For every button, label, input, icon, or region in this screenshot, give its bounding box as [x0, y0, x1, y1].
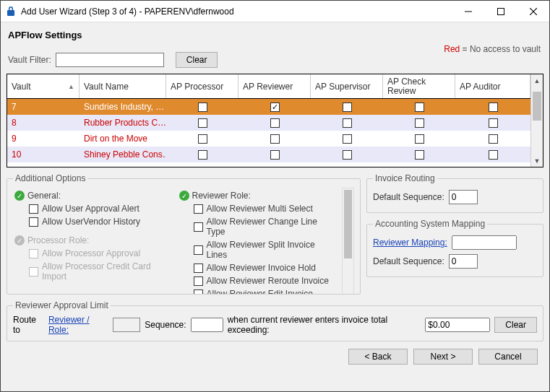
cell: 8	[7, 118, 80, 128]
vault-filter-clear-button[interactable]: Clear	[176, 52, 218, 68]
opt-reviewer-edit-invoice[interactable]: Allow Reviewer Edit Invoice	[178, 287, 335, 295]
additional-inner: ✓General: Allow User Approval Alert Allo…	[13, 188, 354, 288]
checkbox[interactable]	[343, 103, 352, 112]
checkbox[interactable]	[29, 217, 38, 227]
table-row[interactable]: 7Sundries Industry, …	[7, 99, 530, 115]
checkbox[interactable]	[194, 245, 203, 255]
section-title: APFlow Settings	[7, 27, 543, 46]
checkbox[interactable]	[198, 118, 207, 128]
checkbox[interactable]	[270, 118, 280, 128]
reviewer-mapping-link[interactable]: Reviewer Mapping:	[373, 238, 447, 248]
scroll-thumb[interactable]	[344, 190, 352, 258]
col-vault-name[interactable]: Vault Name	[80, 74, 166, 98]
invoice-routing-legend: Invoice Routing	[373, 173, 437, 183]
next-button[interactable]: Next >	[413, 349, 473, 365]
additional-options-group: Additional Options ✓General: Allow User …	[7, 173, 361, 295]
checkbox[interactable]	[415, 118, 424, 128]
table-row[interactable]: 10Shiney Pebble Cons…	[7, 147, 530, 162]
cell	[455, 134, 530, 144]
checkbox[interactable]	[198, 150, 207, 160]
col-ap-supervisor[interactable]: AP Supervisor	[311, 74, 383, 98]
cell: 10	[7, 149, 80, 160]
opt-reviewer-invoice-hold[interactable]: Allow Reviewer Invoice Hold	[178, 261, 335, 274]
checkbox[interactable]	[415, 103, 424, 112]
lock-icon	[5, 6, 17, 17]
maximize-button[interactable]	[484, 1, 517, 22]
ral-row: Route to Reviewer / Role: Sequence: when…	[13, 315, 537, 335]
mapping-default-sequence-input[interactable]	[449, 254, 478, 269]
col-ap-auditor[interactable]: AP Auditor	[455, 74, 530, 98]
vault-grid-scrollbar[interactable]: ▲ ▼	[530, 74, 543, 167]
minimize-button[interactable]	[452, 1, 484, 22]
scroll-thumb[interactable]	[533, 92, 541, 121]
ral-clear-button[interactable]: Clear	[494, 317, 537, 333]
opt-reviewer-split-invoice[interactable]: Allow Reviewer Split Invoice Lines	[178, 238, 335, 261]
opt-allow-processor-approval: Allow Processor Approval	[13, 247, 171, 260]
checkbox[interactable]	[489, 103, 498, 112]
no-access-legend: Red = No access to vault	[444, 44, 541, 54]
checkbox[interactable]	[194, 222, 203, 232]
col-ap-reviewer[interactable]: AP Reviewer	[239, 74, 311, 98]
cell: 7	[7, 102, 80, 112]
col-vault[interactable]: Vault▲	[7, 74, 80, 98]
ral-sequence-input[interactable]	[191, 318, 223, 332]
window-title: Add User Wizard (Step 3 of 4) - PAPERENV…	[21, 6, 452, 17]
col-ap-processor[interactable]: AP Processor	[166, 74, 239, 98]
cell	[383, 150, 455, 160]
ral-amount-input[interactable]	[425, 318, 490, 332]
checkbox[interactable]	[343, 134, 352, 144]
routing-default-sequence-input[interactable]	[449, 190, 478, 204]
checkbox[interactable]	[489, 118, 498, 128]
check-icon: ✓	[14, 191, 25, 201]
mapping-default-sequence-label: Default Sequence:	[373, 256, 444, 266]
opt-reviewer-multi-select[interactable]: Allow Reviewer Multi Select	[178, 202, 335, 215]
checkbox[interactable]	[270, 134, 280, 144]
opt-reviewer-reroute-invoice[interactable]: Allow Reviewer Reroute Invoice	[178, 274, 335, 287]
checkbox[interactable]	[194, 276, 203, 286]
reviewer-group-header: ✓Reviewer Role:	[179, 191, 335, 201]
cancel-button[interactable]: Cancel	[478, 349, 538, 365]
additional-col-right: ✓Reviewer Role: Allow Reviewer Multi Sel…	[178, 188, 335, 288]
cell	[239, 103, 311, 112]
scroll-up-icon[interactable]: ▲	[531, 74, 543, 87]
opt-allow-user-vendor-history[interactable]: Allow UserVendor History	[13, 215, 171, 228]
general-group-header: ✓General:	[14, 191, 171, 201]
checkbox[interactable]	[198, 103, 207, 112]
checkbox[interactable]	[270, 103, 280, 112]
col-ap-check-review[interactable]: AP Check Review	[383, 74, 455, 98]
close-button[interactable]	[517, 1, 549, 22]
checkbox[interactable]	[198, 134, 207, 144]
checkbox[interactable]	[194, 263, 203, 273]
reviewer-mapping-row: Reviewer Mapping:	[373, 233, 537, 252]
legend-suffix: = No access to vault	[460, 44, 541, 54]
cell	[311, 134, 383, 144]
checkbox[interactable]	[415, 134, 424, 144]
ral-reviewer-role-link[interactable]: Reviewer / Role:	[48, 315, 108, 335]
reviewer-mapping-input[interactable]	[452, 235, 517, 250]
additional-scrollbar[interactable]	[342, 188, 354, 295]
cell	[239, 134, 311, 144]
checkbox[interactable]	[270, 150, 280, 160]
routing-default-sequence-label: Default Sequence:	[373, 192, 444, 202]
table-row[interactable]: 8Rubber Products C…	[7, 115, 530, 131]
checkbox[interactable]	[489, 150, 498, 160]
checkbox[interactable]	[343, 118, 352, 128]
checkbox[interactable]	[194, 204, 203, 214]
cell: Dirt on the Move	[80, 134, 166, 144]
ral-reviewer-role-field[interactable]	[113, 318, 140, 332]
content: APFlow Settings Red = No access to vault…	[1, 22, 549, 391]
scroll-down-icon[interactable]: ▼	[531, 154, 543, 167]
table-row[interactable]: 9Dirt on the Move	[7, 131, 530, 147]
checkbox[interactable]	[29, 204, 38, 214]
checkbox[interactable]	[194, 289, 203, 295]
checkbox[interactable]	[415, 150, 424, 160]
opt-reviewer-change-line-type[interactable]: Allow Reviewer Change Line Type	[178, 215, 335, 238]
checkbox[interactable]	[343, 150, 352, 160]
back-button[interactable]: < Back	[348, 349, 408, 365]
cell	[166, 150, 239, 160]
cell	[455, 150, 530, 160]
opt-allow-user-approval-alert[interactable]: Allow User Approval Alert	[13, 202, 171, 215]
checkbox[interactable]	[489, 134, 498, 144]
vault-filter-input[interactable]	[56, 53, 164, 67]
cell: Sundries Industry, …	[80, 102, 166, 112]
